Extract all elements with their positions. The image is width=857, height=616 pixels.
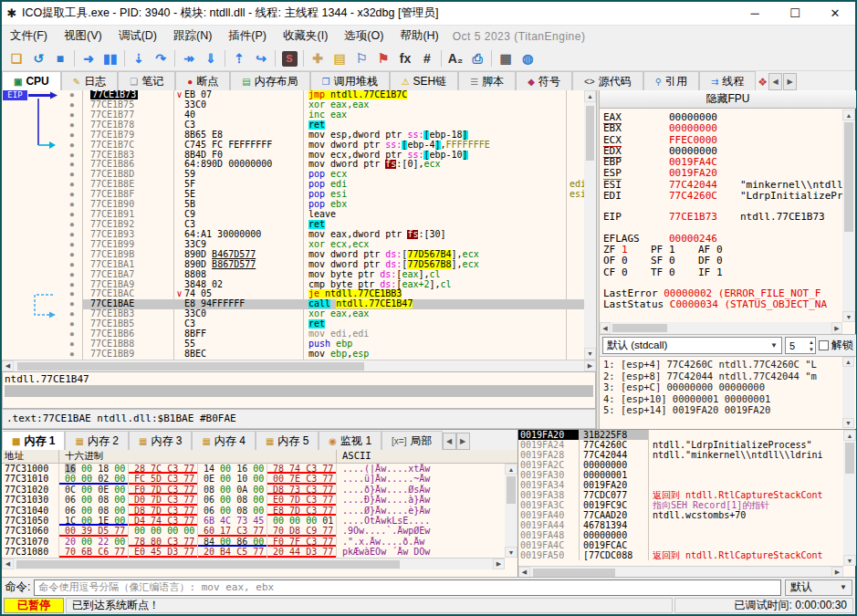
execute-till-return-icon[interactable]: ⇡ — [228, 48, 250, 68]
arguments-vscrollbar[interactable]: ▲ ▼ — [842, 357, 854, 428]
disassembly-panel[interactable]: ●77CE1B73∨EB 07jmp ntdll.77CE1B7C●77CE1B… — [2, 90, 596, 360]
calculator-icon[interactable]: ▦ — [495, 48, 517, 68]
dump-tab-监视 1[interactable]: ◉监视 1 — [319, 431, 381, 450]
breakpoint-dot[interactable]: ● — [2, 141, 82, 151]
breakpoint-dot[interactable]: ● — [2, 180, 82, 190]
stack-row[interactable]: 0019FA4800000000 — [518, 530, 843, 540]
menu-item-视图[interactable]: 视图(V) — [56, 26, 110, 47]
patch-icon[interactable]: ✚ — [307, 48, 329, 68]
tab-脚本[interactable]: ☰脚本 — [458, 71, 516, 90]
scroll-right-icon[interactable]: ▶ — [831, 322, 842, 334]
tab-scroll-right[interactable]: ▶ — [783, 73, 797, 90]
stack-rows[interactable]: 0019FA2031B225F80019FA2477C4260Cntdll."L… — [518, 430, 843, 566]
stack-row[interactable]: 0019FA3000000001 — [518, 470, 843, 480]
breakpoint-dot[interactable]: ● — [2, 319, 82, 329]
command-input[interactable] — [34, 579, 781, 596]
scroll-up-icon[interactable]: ▲ — [842, 357, 854, 367]
menu-item-跟踪[interactable]: 跟踪(N) — [165, 26, 220, 47]
menu-item-插件[interactable]: 插件(P) — [220, 26, 275, 47]
breakpoint-dot[interactable]: ● — [2, 160, 82, 170]
breakpoint-dot[interactable]: ● — [2, 200, 82, 210]
dump-row[interactable]: 77C3106000 39 D5 77 00 00 00 00 60 17 C3… — [2, 526, 505, 536]
dump-tab-scroll-right[interactable]: ▶ — [456, 433, 470, 450]
maximize-button[interactable]: ☐ — [775, 2, 815, 25]
stack-row[interactable]: 0019FA340019FA20 — [518, 480, 843, 490]
internet-icon[interactable]: ◍ — [517, 48, 538, 68]
attach-icon[interactable]: ⎙ — [466, 48, 488, 68]
breakpoint-dot[interactable]: ● — [2, 190, 82, 200]
calling-convention-select[interactable]: 默认 (stdcall)▼ — [602, 337, 782, 354]
stack-row[interactable]: 0019FA4C0019FCAC — [518, 540, 843, 550]
dump-row[interactable]: 77C3103006 00 08 00 D0 7D C3 77 06 00 08… — [2, 495, 505, 505]
stack-row[interactable]: 0019FA3C0019FC9C指向SEH_Record[1]的指针 — [518, 500, 843, 510]
dump-tab-内存 2[interactable]: ▦内存 2 — [65, 431, 128, 450]
register-row[interactable]: EBP0019FA4C — [603, 157, 843, 168]
scroll-left-icon[interactable]: ◀ — [2, 360, 14, 371]
dump-row[interactable]: 77C3104006 00 08 00 D8 7D C3 77 06 00 08… — [2, 506, 505, 516]
breakpoint-dot[interactable]: ● — [2, 151, 82, 161]
seh-icon[interactable]: S — [278, 48, 300, 68]
breakpoint-dot[interactable]: ● — [2, 131, 82, 141]
scroll-down-icon[interactable]: ▼ — [842, 311, 855, 322]
bookmark-icon[interactable]: ⚑ — [372, 48, 394, 68]
stack-row[interactable]: 0019FA2477C4260Cntdll."LdrpInitializePro… — [518, 440, 843, 450]
dump-row[interactable]: 77C3101000 00 02 00 FC 5D C3 77 0E 00 10… — [2, 474, 505, 484]
dump-tab-内存 1[interactable]: ▦内存 1 — [2, 431, 65, 450]
menu-item-选项[interactable]: 选项(O) — [336, 26, 392, 47]
command-profile-select[interactable]: 默认▼ — [785, 579, 852, 596]
close-button[interactable]: ✕ — [815, 2, 855, 25]
tab-源代码[interactable]: <>源代码 — [572, 71, 643, 90]
scroll-left-icon[interactable]: ◀ — [600, 322, 611, 334]
scroll-down-icon[interactable]: ▼ — [584, 348, 596, 360]
breakpoint-dot[interactable]: ● — [2, 299, 82, 309]
dump-row[interactable]: 77C3107020 00 22 00 78 80 C3 77 84 00 86… — [2, 537, 505, 547]
minimize-button[interactable]: ─ — [735, 2, 775, 25]
dump-row[interactable]: 77C310200C 00 0E 00 F0 7D C3 77 08 00 0A… — [2, 485, 505, 495]
dump-tab-scroll-left[interactable]: ◀ — [443, 433, 456, 450]
menu-item-文件[interactable]: 文件(F) — [2, 26, 56, 47]
scroll-left-icon[interactable]: ◀ — [2, 559, 14, 569]
scroll-up-icon[interactable]: ▲ — [842, 110, 855, 120]
tab-线程[interactable]: ⇉线程 — [699, 71, 756, 90]
hide-fpu-button[interactable]: 隐藏FPU — [600, 90, 856, 109]
scroll-right-icon[interactable]: ▶ — [493, 559, 505, 569]
breakpoint-dot[interactable]: ● — [2, 230, 82, 240]
dump-tab-局部[interactable]: [x=]局部 — [381, 431, 442, 450]
disasm-row[interactable]: ●77CE1BB98BECmov ebp,esp — [2, 350, 596, 360]
menu-item-帮助[interactable]: 帮助(H) — [392, 26, 446, 47]
stack-row[interactable]: 0019FA2031B225F8 — [518, 430, 843, 440]
dump-hscrollbar[interactable]: ◀ ▶ — [2, 558, 505, 569]
breakpoint-dot[interactable]: ● — [2, 260, 82, 270]
tab-引用[interactable]: ⚲引用 — [643, 71, 699, 90]
argument-row[interactable]: 2: [esp+8] 77C42044 ntdll.77C42044 "m — [603, 371, 856, 382]
dump-row[interactable]: 77C310501C 00 1E 00 D4 74 C3 77 6B 4C 73… — [2, 516, 505, 526]
breakpoint-dot[interactable]: ● — [2, 210, 82, 220]
breakpoint-dot[interactable]: ● — [2, 270, 82, 280]
stack-vscrollbar[interactable]: ▲ ▼ — [843, 430, 856, 566]
menu-item-收藏夹[interactable]: 收藏夹(I) — [275, 26, 336, 47]
step-out-icon[interactable]: ⇓ — [200, 48, 222, 68]
label-icon[interactable]: ⚐ — [350, 48, 372, 68]
stack-row[interactable]: 0019FA50[77CDC088返回到 ntdll.RtlCaptureSta… — [518, 550, 843, 560]
registers-list[interactable]: EAX00000000EBX00000000ECXFFEC0000EDX0000… — [603, 112, 843, 311]
dump-vscrollbar[interactable]: ▲ ▼ — [505, 464, 517, 558]
dump-row[interactable]: 77C3108070 6B C6 77 E0 45 D3 77 20 B4 C5… — [2, 547, 505, 557]
stack-row[interactable]: 0019FA4077CAAD20ntdll.wcstombs+70 — [518, 510, 843, 520]
disasm-vscrollbar[interactable]: ▲ ▼ — [584, 90, 596, 360]
tab-SEH链[interactable]: ⚠SEH链 — [390, 71, 459, 90]
menu-item-调试[interactable]: 调试(D) — [110, 26, 165, 47]
scroll-right-icon[interactable]: ▶ — [584, 360, 596, 371]
argument-row[interactable]: 5: [esp+14] 0019FA20 0019FA20 — [603, 404, 856, 416]
register-row[interactable]: EFLAGS00000246 — [603, 234, 843, 245]
breakpoint-dot[interactable]: ● — [2, 110, 82, 120]
disasm-hscrollbar[interactable]: ◀ ▶ — [2, 360, 596, 371]
arg-count-spinner[interactable]: 5▲▼ — [785, 337, 816, 354]
argument-row[interactable]: 4: [esp+10] 00000001 00000001 — [603, 393, 856, 405]
breakpoint-dot[interactable]: ● — [2, 220, 82, 230]
call-arguments-list[interactable]: 1: [esp+4] 77C4260C ntdll.77C4260C "L2: … — [600, 356, 856, 429]
tab-笔记[interactable]: ❏笔记 — [118, 71, 175, 90]
step-into-icon[interactable]: ⇣ — [128, 48, 150, 68]
tab-CPU[interactable]: ▣CPU — [2, 71, 61, 90]
registers-hscrollbar[interactable]: ◀ ▶ — [600, 322, 842, 334]
step-over-icon[interactable]: ↷ — [150, 48, 172, 68]
